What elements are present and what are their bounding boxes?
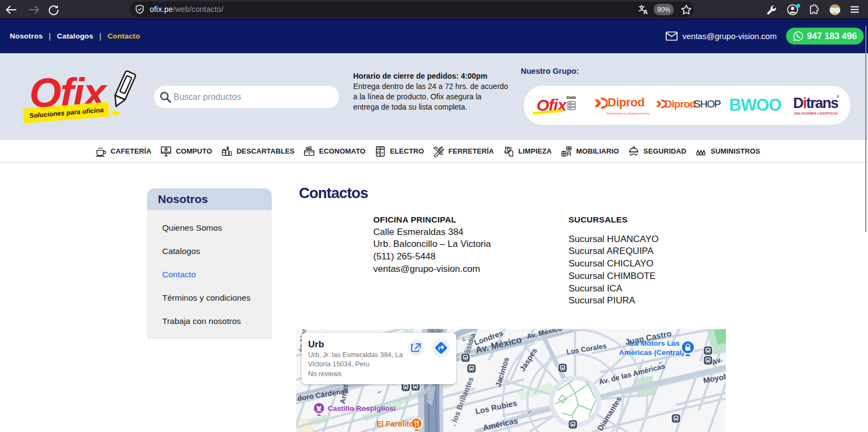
svg-text:Iza Motors Las: Iza Motors Las xyxy=(629,339,680,347)
svg-text:Castillo Rospigliosi: Castillo Rospigliosi xyxy=(328,404,395,412)
svg-text:Américas (Central): Américas (Central) xyxy=(619,348,684,357)
svg-text:El Farolito: El Farolito xyxy=(376,420,413,428)
svg-text:A: A xyxy=(643,9,648,15)
